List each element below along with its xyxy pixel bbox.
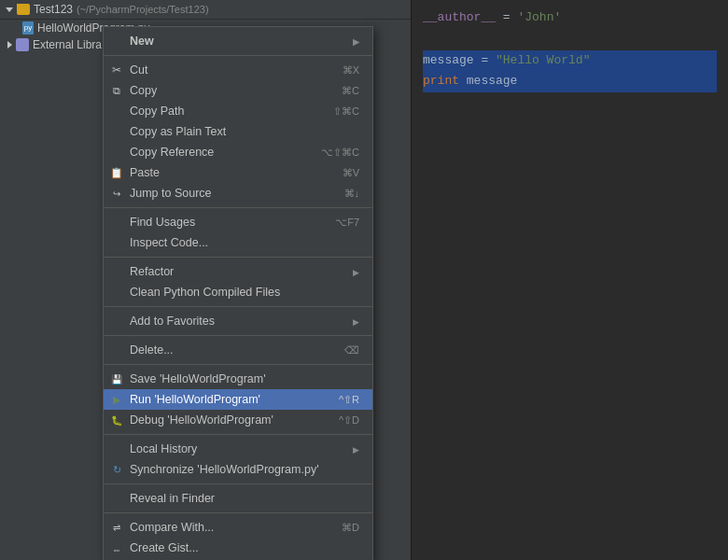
code-line-message: message = "Hello World" [423, 50, 717, 72]
menu-item-reveal[interactable]: Reveal in Finder [104, 488, 372, 509]
jump-shortcut: ⌘↓ [344, 188, 360, 200]
run-label: Run 'HelloWorldProgram' [130, 393, 260, 406]
library-icon [16, 38, 29, 51]
delete-shortcut: ⌫ [344, 344, 359, 357]
editor-panel: __author__ = 'John' message = "Hello Wor… [411, 0, 728, 560]
editor-content[interactable]: __author__ = 'John' message = "Hello Wor… [412, 0, 728, 100]
run-icon: ▶ [109, 392, 124, 407]
separator-6 [104, 364, 372, 365]
new-arrow [353, 36, 359, 47]
code-line-blank [423, 29, 717, 50]
separator-3 [104, 257, 372, 258]
new-label: New [130, 35, 154, 48]
menu-item-add-favorites[interactable]: Add to Favorites [104, 311, 372, 331]
menu-item-new[interactable]: New [104, 31, 372, 51]
debug-label: Debug 'HelloWorldProgram' [130, 413, 273, 427]
menu-item-refactor[interactable]: Refactor [104, 261, 372, 282]
favorites-arrow [353, 316, 359, 327]
refactor-label: Refactor [130, 265, 174, 278]
separator-9 [104, 512, 372, 513]
code-line-1: __author__ = 'John' [423, 7, 717, 29]
save-icon: 💾 [109, 371, 124, 386]
compare-shortcut: ⌘D [342, 522, 359, 534]
copy-ref-label: Copy Reference [130, 146, 214, 159]
separator-5 [104, 335, 372, 336]
find-usages-label: Find Usages [130, 216, 195, 229]
menu-item-find-usages[interactable]: Find Usages ⌥F7 [104, 212, 372, 232]
menu-item-copy-path[interactable]: Copy Path ⇧⌘C [104, 101, 372, 121]
sync-icon: ↻ [109, 462, 124, 477]
debug-shortcut: ^⇧D [339, 414, 359, 427]
run-shortcut: ^⇧R [339, 394, 359, 406]
compare-icon: ⇌ [109, 520, 124, 535]
copy-path-shortcut: ⇧⌘C [333, 105, 359, 118]
cut-label: Cut [130, 63, 147, 77]
expand-icon [7, 41, 12, 49]
python-file-icon: py [22, 21, 34, 35]
menu-item-cut[interactable]: ✂ Cut ⌘X [104, 60, 372, 80]
synchronize-label: Synchronize 'HelloWorldProgram.py' [130, 463, 319, 476]
menu-item-clean[interactable]: Clean Python Compiled Files [104, 282, 372, 302]
project-header: Test123 (~/PycharmProjects/Test123) [0, 0, 411, 20]
debug-icon: 🐛 [109, 413, 124, 427]
menu-item-delete[interactable]: Delete... ⌫ [104, 340, 372, 360]
menu-item-compare[interactable]: ⇌ Compare With... ⌘D [104, 517, 372, 538]
copy-icon: ⧉ [109, 83, 124, 98]
paste-label: Paste [130, 166, 160, 179]
menu-item-run[interactable]: ▶ Run 'HelloWorldProgram' ^⇧R [104, 389, 372, 410]
project-title: Test123 [34, 3, 73, 16]
local-history-label: Local History [130, 442, 197, 455]
reveal-label: Reveal in Finder [130, 492, 215, 505]
code-line-print: print message [423, 71, 717, 92]
collapse-icon [6, 7, 13, 12]
paste-shortcut: ⌘V [343, 167, 359, 179]
author-var: __author__ [423, 8, 496, 28]
local-history-arrow [353, 444, 359, 455]
compare-label: Compare With... [130, 521, 214, 534]
delete-label: Delete... [130, 343, 174, 357]
refactor-arrow [353, 267, 359, 277]
create-gist-label: Create Gist... [130, 541, 199, 554]
project-path: (~/PycharmProjects/Test123) [77, 4, 209, 15]
menu-item-copy-plain[interactable]: Copy as Plain Text [104, 121, 372, 142]
menu-item-paste[interactable]: 📋 Paste ⌘V [104, 162, 372, 183]
separator-8 [104, 483, 372, 484]
inspect-label: Inspect Code... [130, 236, 208, 249]
message-value: "Hello World" [496, 51, 590, 71]
gist-icon: ⑉ [109, 540, 124, 555]
add-favorites-label: Add to Favorites [130, 315, 215, 328]
menu-item-copy-ref[interactable]: Copy Reference ⌥⇧⌘C [104, 142, 372, 162]
menu-item-debug[interactable]: 🐛 Debug 'HelloWorldProgram' ^⇧D [104, 410, 372, 430]
clean-label: Clean Python Compiled Files [130, 286, 280, 299]
menu-item-synchronize[interactable]: ↻ Synchronize 'HelloWorldProgram.py' [104, 459, 372, 480]
save-label: Save 'HelloWorldProgram' [130, 372, 266, 385]
author-value: 'John' [517, 8, 561, 28]
library-label: External Libra... [33, 38, 111, 51]
print-keyword: print [423, 72, 459, 91]
separator-2 [104, 207, 372, 208]
menu-item-create-gist[interactable]: ⑉ Create Gist... [104, 538, 372, 558]
menu-item-inspect[interactable]: Inspect Code... [104, 232, 372, 253]
message-var: message [423, 51, 474, 71]
find-usages-shortcut: ⌥F7 [335, 217, 359, 229]
cut-shortcut: ⌘X [343, 64, 359, 77]
separator-1 [104, 55, 372, 56]
jump-label: Jump to Source [130, 187, 212, 200]
jump-icon: ↪ [109, 186, 124, 201]
separator-4 [104, 306, 372, 307]
menu-item-jump[interactable]: ↪ Jump to Source ⌘↓ [104, 183, 372, 203]
copy-plain-label: Copy as Plain Text [130, 125, 226, 138]
menu-item-local-history[interactable]: Local History [104, 439, 372, 459]
scissors-icon: ✂ [109, 63, 124, 77]
copy-path-label: Copy Path [130, 105, 184, 118]
context-menu: New ✂ Cut ⌘X ⧉ Copy ⌘C Copy Path ⇧⌘C Cop… [103, 26, 373, 560]
copy-label: Copy [130, 84, 157, 97]
separator-7 [104, 434, 372, 435]
copy-ref-shortcut: ⌥⇧⌘C [321, 147, 359, 159]
menu-item-copy[interactable]: ⧉ Copy ⌘C [104, 80, 372, 101]
copy-shortcut: ⌘C [342, 85, 359, 97]
paste-icon: 📋 [109, 165, 124, 180]
menu-item-save[interactable]: 💾 Save 'HelloWorldProgram' [104, 369, 372, 389]
project-folder-icon [17, 4, 30, 15]
